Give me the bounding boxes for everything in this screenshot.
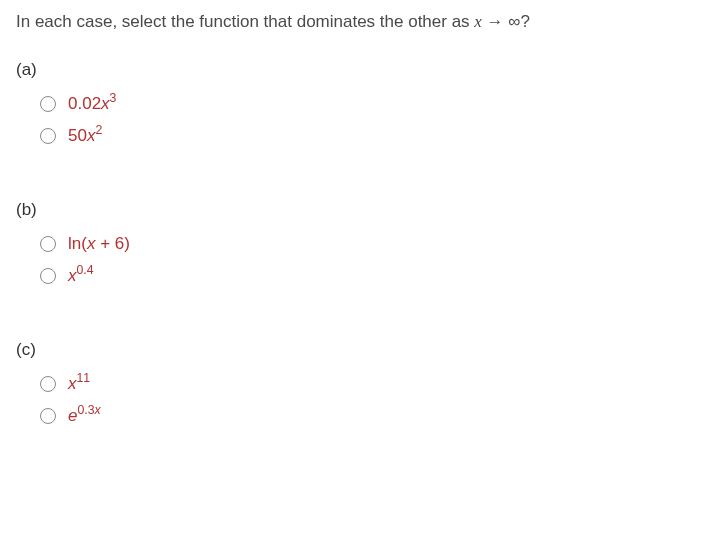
option-text: e0.3x: [68, 406, 101, 426]
group-label: (a): [16, 60, 708, 80]
radio-icon: [40, 408, 56, 424]
option-text: 0.02x3: [68, 94, 116, 114]
option-c1[interactable]: x11: [16, 368, 708, 400]
group-label: (c): [16, 340, 708, 360]
radio-icon: [40, 376, 56, 392]
option-text: x11: [68, 374, 90, 394]
option-text: 50x2: [68, 126, 102, 146]
group-c: (c) x11 e0.3x: [16, 340, 708, 432]
prompt-arrow: → ∞: [482, 12, 521, 31]
prompt-text-after: ?: [520, 12, 529, 31]
group-a: (a) 0.02x3 50x2: [16, 60, 708, 152]
radio-icon: [40, 128, 56, 144]
group-label: (b): [16, 200, 708, 220]
group-b: (b) ln(x + 6) x0.4: [16, 200, 708, 292]
question-prompt: In each case, select the function that d…: [16, 12, 708, 32]
option-b1[interactable]: ln(x + 6): [16, 228, 708, 260]
option-a1[interactable]: 0.02x3: [16, 88, 708, 120]
option-b2[interactable]: x0.4: [16, 260, 708, 292]
prompt-var: x: [474, 12, 482, 31]
prompt-text-before: In each case, select the function that d…: [16, 12, 474, 31]
option-c2[interactable]: e0.3x: [16, 400, 708, 432]
option-text: ln(x + 6): [68, 234, 130, 254]
radio-icon: [40, 268, 56, 284]
radio-icon: [40, 96, 56, 112]
option-a2[interactable]: 50x2: [16, 120, 708, 152]
radio-icon: [40, 236, 56, 252]
option-text: x0.4: [68, 266, 94, 286]
